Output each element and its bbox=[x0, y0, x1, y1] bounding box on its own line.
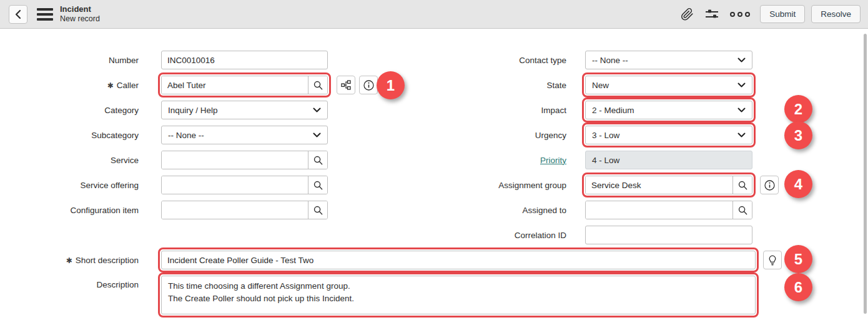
number-label: Number bbox=[0, 56, 139, 65]
chevron-down-icon bbox=[313, 132, 321, 138]
page-title: Incident bbox=[60, 4, 100, 14]
page-subtitle: New record bbox=[60, 14, 100, 24]
category-label: Category bbox=[0, 106, 139, 115]
chevron-down-icon bbox=[737, 58, 746, 63]
required-marker: ✱ bbox=[107, 81, 114, 90]
priority-link[interactable]: Priority bbox=[540, 156, 566, 165]
priority-readonly-field: 4 - Low bbox=[585, 151, 752, 169]
configuration-item-input[interactable] bbox=[162, 201, 308, 219]
impact-select[interactable]: 2 - Medium bbox=[585, 101, 752, 119]
attachment-paperclip-icon[interactable] bbox=[681, 8, 694, 21]
search-icon bbox=[737, 180, 748, 191]
field-row-caller: ✱Caller bbox=[0, 76, 378, 94]
service-offering-lookup-button[interactable] bbox=[308, 176, 327, 194]
subcategory-label: Subcategory bbox=[0, 131, 139, 140]
callout-6: 6 bbox=[784, 273, 812, 301]
configuration-item-reference-field bbox=[161, 201, 328, 219]
field-row-short-description: ✱Short description bbox=[0, 251, 782, 269]
short-description-label: Short description bbox=[76, 256, 139, 265]
field-row-description: Description This time choosing a differe… bbox=[0, 276, 782, 314]
state-select[interactable]: New bbox=[585, 76, 752, 94]
caller-label: Caller bbox=[117, 81, 139, 90]
callout-2: 2 bbox=[784, 95, 812, 123]
field-row-category: Category Inquiry / Help bbox=[0, 101, 378, 119]
callout-4: 4 bbox=[784, 170, 812, 198]
field-row-correlation-id: Correlation ID bbox=[437, 226, 779, 244]
assigned-to-lookup-button[interactable] bbox=[732, 201, 752, 219]
urgency-select[interactable]: 3 - Low bbox=[585, 126, 752, 144]
form-header: Incident New record Submit Resolve bbox=[0, 0, 868, 29]
configuration-item-label: Configuration item bbox=[0, 206, 139, 215]
search-icon bbox=[313, 155, 323, 166]
callout-1: 1 bbox=[377, 71, 405, 99]
chevron-left-icon bbox=[14, 9, 22, 19]
context-menu-icon[interactable] bbox=[37, 8, 53, 21]
chevron-down-icon bbox=[313, 108, 321, 113]
assignment-group-label: Assignment group bbox=[437, 181, 566, 190]
more-options-icon[interactable] bbox=[730, 12, 750, 17]
field-row-impact: Impact 2 - Medium bbox=[437, 101, 779, 119]
chevron-down-icon bbox=[737, 82, 746, 88]
assigned-to-reference-field bbox=[585, 201, 752, 219]
record-title-block: Incident New record bbox=[60, 4, 100, 24]
search-icon bbox=[313, 80, 323, 91]
assignment-group-lookup-button[interactable] bbox=[732, 176, 752, 194]
required-marker: ✱ bbox=[66, 256, 72, 265]
search-icon bbox=[313, 180, 323, 191]
submit-button[interactable]: Submit bbox=[760, 5, 805, 23]
personalize-form-sliders-icon[interactable] bbox=[704, 8, 720, 21]
service-offering-label: Service offering bbox=[0, 181, 139, 190]
chevron-down-icon bbox=[737, 132, 746, 138]
field-row-assigned-to: Assigned to bbox=[437, 201, 779, 219]
assignment-group-input[interactable] bbox=[586, 176, 732, 194]
back-button[interactable] bbox=[9, 5, 27, 24]
vertical-scrollbar[interactable] bbox=[864, 34, 867, 314]
search-icon bbox=[737, 205, 748, 216]
description-textarea[interactable]: This time choosing a different Assignmen… bbox=[161, 276, 756, 314]
service-offering-input[interactable] bbox=[162, 176, 308, 194]
lightbulb-icon bbox=[767, 254, 778, 266]
field-row-service: Service bbox=[0, 151, 378, 169]
correlation-id-input[interactable] bbox=[585, 226, 752, 244]
short-description-input[interactable] bbox=[161, 251, 756, 269]
service-offering-reference-field bbox=[161, 176, 328, 194]
field-row-state: State New bbox=[437, 76, 779, 94]
assigned-to-input[interactable] bbox=[586, 201, 732, 219]
service-label: Service bbox=[0, 156, 139, 165]
contact-type-label: Contact type bbox=[437, 56, 566, 65]
field-row-subcategory: Subcategory -- None -- bbox=[0, 126, 378, 144]
field-row-configuration-item: Configuration item bbox=[0, 201, 378, 219]
urgency-label: Urgency bbox=[437, 131, 566, 140]
caller-preview-button[interactable] bbox=[359, 76, 378, 94]
assigned-to-label: Assigned to bbox=[437, 206, 566, 215]
caller-input[interactable] bbox=[162, 76, 308, 94]
category-select[interactable]: Inquiry / Help bbox=[161, 101, 328, 119]
assignment-group-preview-button[interactable] bbox=[760, 176, 779, 194]
field-row-urgency: Urgency 3 - Low bbox=[437, 126, 779, 144]
field-row-number: Number bbox=[0, 51, 378, 69]
state-label: State bbox=[437, 81, 566, 90]
search-icon bbox=[313, 205, 323, 216]
show-related-records-button[interactable] bbox=[337, 76, 355, 94]
number-input[interactable] bbox=[161, 51, 328, 69]
assignment-group-reference-field bbox=[585, 176, 752, 194]
field-row-contact-type: Contact type -- None -- bbox=[437, 51, 779, 69]
subcategory-select[interactable]: -- None -- bbox=[161, 126, 328, 144]
field-row-priority: Priority 4 - Low bbox=[437, 151, 779, 169]
info-icon bbox=[764, 179, 776, 191]
correlation-id-label: Correlation ID bbox=[437, 231, 566, 240]
caller-lookup-button[interactable] bbox=[308, 76, 327, 94]
field-row-service-offering: Service offering bbox=[0, 176, 378, 194]
hierarchy-icon bbox=[340, 79, 352, 91]
service-input[interactable] bbox=[162, 151, 308, 169]
caller-reference-field bbox=[161, 76, 328, 94]
callout-5: 5 bbox=[784, 245, 812, 273]
resolve-button[interactable]: Resolve bbox=[811, 5, 861, 23]
service-lookup-button[interactable] bbox=[308, 151, 327, 169]
configuration-item-lookup-button[interactable] bbox=[308, 201, 327, 219]
chevron-down-icon bbox=[737, 108, 746, 113]
suggestion-button[interactable] bbox=[763, 251, 782, 269]
service-reference-field bbox=[161, 151, 328, 169]
info-icon bbox=[363, 79, 375, 91]
contact-type-select[interactable]: -- None -- bbox=[585, 51, 752, 69]
